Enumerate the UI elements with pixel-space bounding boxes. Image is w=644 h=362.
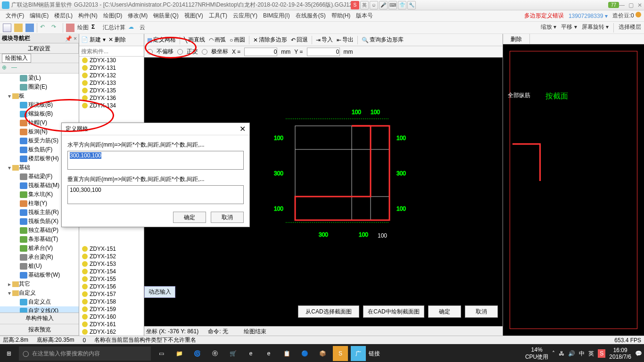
list-item[interactable]: ZDYX-155 <box>79 275 144 283</box>
menu-version[interactable]: 版本号 <box>353 12 376 20</box>
list-item[interactable]: ZDYX-154 <box>79 268 144 275</box>
x-input[interactable] <box>244 48 277 56</box>
new-button[interactable]: 📄 新建 ▾ <box>81 36 106 44</box>
start-button[interactable]: ⊞ <box>2 346 16 361</box>
tab-report[interactable]: 报表预览 <box>0 324 79 336</box>
menu-online[interactable]: 在线服务(S) <box>293 12 329 20</box>
list-item[interactable]: ZDYX-162 <box>79 328 144 336</box>
taskbar-search[interactable]: ◯ 在这里输入你要搜索的内容 <box>19 346 151 361</box>
tray-ime-icon[interactable]: 中 <box>579 350 585 358</box>
tree-item[interactable]: ▾自定义 <box>0 288 79 297</box>
list-item[interactable]: ZDYX-156 <box>79 283 144 290</box>
query-button[interactable]: 🔍 查询多边形库 <box>362 36 404 44</box>
tree-item[interactable]: 螺旋板(B) <box>0 109 79 118</box>
ime-icon[interactable]: ☺ <box>370 1 378 9</box>
tree-item[interactable]: ▸其它 <box>0 280 79 288</box>
close-button[interactable]: ✕ <box>637 2 642 8</box>
list-item[interactable]: ZDYX-159 <box>79 305 144 313</box>
dialog-ok-button[interactable]: 确定 <box>173 212 206 223</box>
list-item[interactable]: ZDYX-133 <box>79 79 144 87</box>
pan-menu[interactable]: 平移 ▾ <box>561 23 577 33</box>
cloud-icon[interactable]: ☁ <box>128 24 137 32</box>
clear-button[interactable]: ✕ 清除多边形 <box>253 36 287 44</box>
polar-radio[interactable] <box>202 49 207 55</box>
tray-s-icon[interactable]: S <box>598 349 605 358</box>
no-offset-radio[interactable] <box>147 49 153 55</box>
tree-item[interactable]: 基础板带(W) <box>0 271 79 280</box>
save-icon[interactable] <box>25 24 34 32</box>
back-button[interactable]: ↶ 回退 <box>291 36 308 44</box>
menu-component[interactable]: 构件(N) <box>75 12 100 20</box>
delete-button[interactable]: ✕ 删除 <box>108 36 126 44</box>
task-view-icon[interactable]: ▭ <box>154 346 169 361</box>
tab-eng-setting[interactable]: 工程设置 <box>0 43 79 53</box>
task-icon[interactable]: 🔵 <box>297 346 312 361</box>
tree-item[interactable]: 条形基础(T) <box>0 235 79 244</box>
notification-icon[interactable]: 💬 <box>635 350 642 357</box>
tree-ico1[interactable]: ⊕ <box>2 64 9 71</box>
cancel-button[interactable]: 取消 <box>465 305 498 318</box>
phone-number[interactable]: 13907298339 ▾ <box>569 13 608 19</box>
task-icon[interactable]: 📁 <box>172 346 187 361</box>
redo-icon[interactable] <box>51 24 60 32</box>
list-item[interactable]: ZDYX-135 <box>79 87 144 94</box>
tray-net-icon[interactable]: 🖧 <box>559 350 564 357</box>
calc-label[interactable]: 汇总计算 <box>103 24 125 32</box>
tree-item[interactable]: 梁(L) <box>0 74 79 82</box>
minimize-button[interactable]: — <box>619 2 625 8</box>
task-icon[interactable]: 广 <box>351 346 366 361</box>
draw-arc-button[interactable]: ◠ 画弧 <box>209 36 226 44</box>
tree-item[interactable]: 自定义线(X) <box>0 306 79 313</box>
y-input[interactable] <box>307 48 340 56</box>
list-item[interactable]: ZDYX-136 <box>79 94 144 102</box>
search-input[interactable] <box>79 46 144 56</box>
import-button[interactable]: ⇥ 导入 <box>316 36 333 44</box>
clock-time[interactable]: 16:09 <box>609 347 631 354</box>
tree-item[interactable]: ▾板 <box>0 91 79 100</box>
define-grid-button[interactable]: ▦ 定义网格 <box>147 36 176 44</box>
export-button[interactable]: ⇤ 导出 <box>337 36 354 44</box>
cad-select-button[interactable]: 从CAD选择截面图 <box>298 305 359 318</box>
list-item[interactable]: ZDYX-160 <box>79 313 144 321</box>
tab-draw-input[interactable]: 绘图输入 <box>2 54 31 63</box>
menu-file[interactable]: 文件(F) <box>3 12 27 20</box>
ime-icon[interactable]: 🎤 <box>379 1 388 9</box>
list-item[interactable]: ZDYX-157 <box>79 290 144 298</box>
maximize-button[interactable]: ▢ <box>628 2 634 8</box>
tree-item[interactable]: 自定义点 <box>0 297 79 306</box>
task-icon[interactable]: e <box>261 346 276 361</box>
task-icon[interactable]: S <box>333 346 348 361</box>
task-icon[interactable]: ⓔ <box>207 346 223 361</box>
right-tab-delete[interactable]: 删除 <box>503 34 530 44</box>
tab-single-input[interactable]: 单构件输入 <box>0 313 79 324</box>
list-item[interactable]: ZDYX-132 <box>79 72 144 79</box>
h-spacing-input[interactable]: 300,100,100 <box>67 151 244 170</box>
tree-ico2[interactable]: — <box>11 64 19 71</box>
tree-item[interactable]: 桩(U) <box>0 262 79 271</box>
ortho-radio[interactable] <box>177 49 183 55</box>
rotate-menu[interactable]: 屏幕旋转 ▾ <box>582 23 609 33</box>
scale-menu[interactable]: 缩放 ▾ <box>541 23 556 33</box>
ime-icon[interactable]: ⌨ <box>388 1 397 9</box>
menu-draw[interactable]: 绘图(D) <box>100 12 125 20</box>
list-item[interactable]: ZDYX-130 <box>79 57 144 64</box>
menu-cloud[interactable]: 云应用(Y) <box>230 12 260 20</box>
pin-icon[interactable]: 📌 × <box>65 35 77 42</box>
list-item[interactable]: ZDYX-151 <box>79 245 144 253</box>
menu-help[interactable]: 帮助(H) <box>329 12 354 20</box>
ime-icon[interactable]: 👕 <box>398 1 406 9</box>
menu-view[interactable]: 视图(V) <box>182 12 206 20</box>
task-icon[interactable]: 📦 <box>315 346 330 361</box>
menu-tool[interactable]: 工具(T) <box>206 12 230 20</box>
tree-item[interactable]: 圈梁(E) <box>0 82 79 91</box>
open-icon[interactable] <box>14 24 23 32</box>
task-icon[interactable]: 🌀 <box>190 346 205 361</box>
menu-rebar[interactable]: 钢筋量(Q) <box>150 12 181 20</box>
menu-bim[interactable]: BIM应用(I) <box>260 12 293 20</box>
cloud-label[interactable]: 云 <box>140 24 145 32</box>
sum-icon[interactable] <box>91 24 100 32</box>
dynamic-input-label[interactable]: 动态输入 <box>144 286 175 298</box>
list-item[interactable]: ZDYX-152 <box>79 253 144 260</box>
tray-vol-icon[interactable]: 🔊 <box>568 350 575 357</box>
task-icon[interactable]: e <box>243 346 258 361</box>
